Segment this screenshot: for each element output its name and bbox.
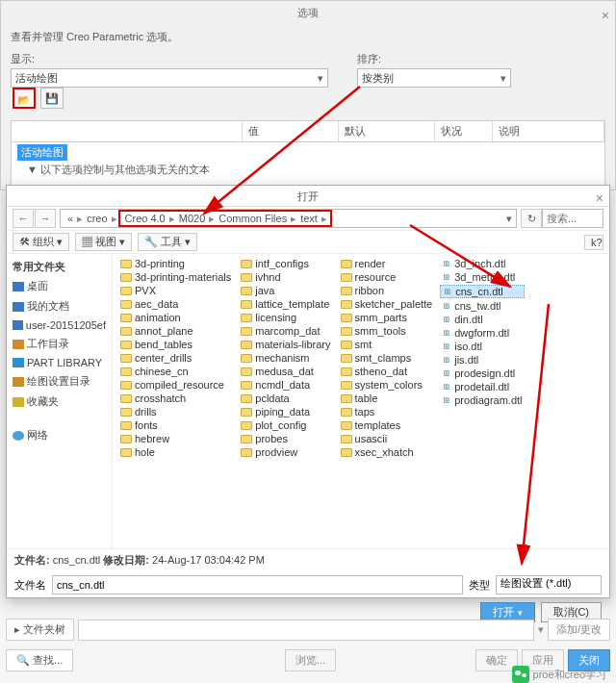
file-item[interactable]: 🗎cns_tw.dtl	[440, 300, 524, 312]
sidebar-item[interactable]: user-20151205ef	[11, 316, 108, 334]
folder-item[interactable]: center_drills	[118, 352, 233, 364]
bc-item[interactable]: text	[297, 210, 321, 227]
folder-item[interactable]: crosshatch	[118, 392, 233, 404]
folder-icon	[341, 367, 352, 376]
folder-icon	[13, 397, 24, 407]
folder-item[interactable]: marcomp_dat	[239, 325, 332, 337]
folder-item[interactable]: compiled_resource	[118, 379, 233, 391]
help-button[interactable]: k?	[584, 235, 603, 250]
file-item[interactable]: 🗎3d_inch.dtl	[440, 258, 524, 269]
search-input[interactable]	[542, 209, 603, 228]
folder-item[interactable]: 3d-printing	[118, 258, 233, 269]
close-icon[interactable]: ×	[602, 4, 609, 27]
folder-item[interactable]: prodview	[239, 446, 332, 458]
folder-tree-toggle[interactable]: ▸ 文件夹树	[6, 619, 74, 641]
sort-dropdown[interactable]: 按类别 ▾	[357, 68, 511, 88]
folder-item[interactable]: system_colors	[339, 379, 435, 391]
sidebar-item[interactable]: 绘图设置目录	[11, 371, 108, 392]
browse-button[interactable]: 浏览...	[285, 649, 336, 671]
folder-item[interactable]: licensing	[239, 312, 332, 323]
folder-item[interactable]: usascii	[339, 433, 435, 444]
folder-item[interactable]: fonts	[118, 419, 233, 431]
folder-item[interactable]: taps	[339, 406, 435, 417]
back-button[interactable]: ←	[13, 209, 34, 228]
folder-item[interactable]: ribbon	[339, 285, 435, 296]
folder-item[interactable]: smm_tools	[339, 325, 435, 337]
view-menu[interactable]: ▦ 视图 ▾	[75, 233, 132, 251]
file-item[interactable]: 🗎prodiagram.dtl	[440, 394, 524, 406]
folder-item[interactable]: stheno_dat	[339, 366, 435, 377]
folder-item[interactable]: sketcher_palette	[339, 298, 435, 310]
folder-item[interactable]: java	[239, 285, 332, 296]
file-item[interactable]: 🗎3d_metric.dtl	[440, 271, 524, 283]
folder-item[interactable]: bend_tables	[118, 339, 233, 350]
chevron-down-icon[interactable]: ▾	[506, 210, 512, 227]
type-dropdown[interactable]: 绘图设置 (*.dtl)	[496, 575, 602, 594]
file-item[interactable]: 🗎cns_cn.dtl	[440, 285, 524, 298]
folder-item[interactable]: ivhnd	[239, 271, 332, 283]
file-item[interactable]: 🗎din.dtl	[440, 314, 524, 325]
folder-item[interactable]: mechanism	[239, 352, 332, 364]
folder-item[interactable]: aec_data	[118, 298, 233, 310]
sidebar-item[interactable]: 收藏夹	[11, 392, 108, 412]
file-pane[interactable]: 3d-printing3d-printing-materialsPVXaec_d…	[113, 254, 609, 548]
filename-input[interactable]	[52, 575, 463, 594]
save-file-button[interactable]: 💾	[40, 88, 64, 109]
breadcrumb[interactable]: « ▸ creo ▸ Creo 4.0▸ M020▸ Common Files▸…	[60, 209, 517, 228]
folder-item[interactable]: ncmdl_data	[239, 379, 332, 391]
options-title: 选项	[297, 7, 319, 18]
forward-button[interactable]: →	[35, 209, 56, 228]
find-button[interactable]: 🔍 查找...	[6, 649, 73, 671]
folder-item[interactable]: table	[339, 392, 435, 404]
file-item[interactable]: 🗎prodesign.dtl	[440, 367, 524, 379]
refresh-button[interactable]: ↻	[521, 209, 542, 228]
open-file-button[interactable]: 📂	[13, 88, 36, 109]
folder-item[interactable]: plot_config	[239, 419, 332, 431]
bc-item[interactable]: Creo 4.0	[122, 210, 168, 227]
folder-item[interactable]: resource	[339, 271, 435, 283]
file-item[interactable]: 🗎jis.dtl	[440, 354, 524, 366]
folder-item[interactable]: xsec_xhatch	[339, 446, 435, 458]
folder-item[interactable]: render	[339, 258, 435, 269]
folder-item[interactable]: pcldata	[239, 392, 332, 404]
folder-item[interactable]: smm_parts	[339, 312, 435, 323]
sidebar-item[interactable]: 工作目录	[11, 334, 108, 354]
folder-item[interactable]: medusa_dat	[239, 366, 332, 377]
folder-item[interactable]: chinese_cn	[118, 366, 233, 377]
folder-item[interactable]: hole	[118, 446, 233, 458]
folder-item[interactable]: piping_data	[239, 406, 332, 417]
close-icon[interactable]: ×	[596, 188, 603, 209]
file-item[interactable]: 🗎dwgform.dtl	[440, 327, 524, 339]
tools-menu[interactable]: 🔧 工具 ▾	[138, 233, 197, 251]
folder-item[interactable]: smt	[339, 339, 435, 350]
folder-item[interactable]: smt_clamps	[339, 352, 435, 364]
grid-row[interactable]: ▼ 以下选项控制与其他选项无关的文本	[17, 161, 599, 179]
folder-item[interactable]: 3d-printing-materials	[118, 271, 233, 283]
bc-item[interactable]: creo	[84, 210, 110, 227]
folder-item[interactable]: lattice_template	[239, 298, 332, 310]
folder-item[interactable]: templates	[339, 419, 435, 431]
file-item[interactable]: 🗎iso.dtl	[440, 341, 524, 352]
grid-row-selected[interactable]: 活动绘图	[17, 144, 67, 161]
bc-overflow[interactable]: «	[64, 210, 76, 227]
option-input[interactable]	[78, 620, 534, 641]
folder-item[interactable]: PVX	[118, 285, 233, 296]
file-item[interactable]: 🗎prodetail.dtl	[440, 381, 524, 392]
sidebar-item[interactable]: 我的文档	[11, 296, 108, 316]
folder-item[interactable]: annot_plane	[118, 325, 233, 337]
sidebar-item[interactable]: PART LIBRARY	[11, 354, 108, 371]
bc-item[interactable]: M020	[176, 210, 209, 227]
folder-item[interactable]: drills	[118, 406, 233, 417]
display-dropdown[interactable]: 活动绘图 ▾	[11, 68, 328, 88]
folder-item[interactable]: probes	[239, 433, 332, 444]
folder-item[interactable]: materials-library	[239, 339, 332, 350]
folder-item[interactable]: intf_configs	[239, 258, 332, 269]
folder-icon	[120, 341, 132, 349]
sidebar-item-network[interactable]: 网络	[11, 425, 108, 445]
bc-item[interactable]: Common Files	[216, 210, 290, 227]
organize-menu[interactable]: 🛠 组织 ▾	[13, 233, 69, 251]
folder-item[interactable]: hebrew	[118, 433, 233, 444]
folder-item[interactable]: animation	[118, 312, 233, 323]
add-change-button[interactable]: 添加/更改	[548, 619, 610, 641]
sidebar-item[interactable]: 桌面	[11, 276, 108, 296]
